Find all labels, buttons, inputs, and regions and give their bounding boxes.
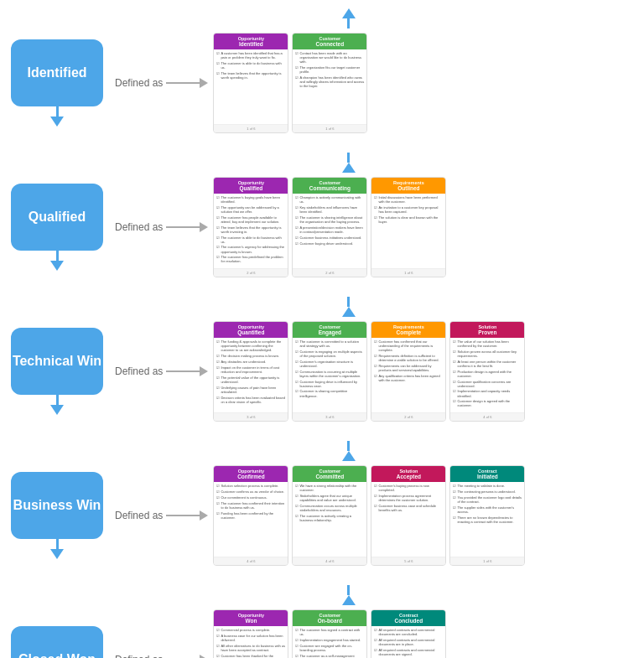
card-cust-onboard: Customer On-board ☑ The customer has sig…: [292, 609, 367, 658]
stage-business-win: Business Win: [11, 472, 103, 539]
cards-technical-win: Opportunity Quantified ☑ The funding & a…: [213, 321, 640, 422]
card-opp-identified: Opportunity Identified ☑ A customer has …: [213, 33, 288, 133]
card-cust-engaged: Customer Engaged ☑ The customer is commi…: [292, 321, 367, 422]
cards-identified: Opportunity Identified ☑ A customer has …: [213, 33, 640, 133]
card-cust-committed: Customer Committed ☑ We have a strong re…: [292, 465, 367, 566]
card-opp-qualified: Opportunity Qualified ☑ The customer's b…: [213, 177, 288, 277]
card-sol-accepted: Solution Accepted ☑ Customer's buying pr…: [371, 465, 446, 566]
cards-business-win: Opportunity Confirmed ☑ Solution selecti…: [213, 465, 640, 566]
defined-as-technical-win: Defined as: [115, 365, 208, 377]
stage-row-technical-win: Technical Win Defined as Opportunity Qua…: [4, 317, 640, 426]
card-req-complete: Requirements Complete ☑ Customer has con…: [371, 321, 446, 422]
stage-technical-win: Technical Win: [11, 328, 103, 395]
stage-closed-won: Closed Won: [11, 626, 103, 658]
card-sol-proven: Solution Proven ☑ The value of our solut…: [449, 321, 525, 422]
card-cust-connected: Customer Connected ☑ Contact has been ma…: [292, 33, 367, 133]
defined-as-closed-won: Defined as: [115, 654, 208, 658]
stage-row-qualified: Qualified Defined as Opportunity Qualifi…: [4, 173, 640, 282]
stage-qualified: Qualified: [11, 184, 103, 251]
cards-qualified: Opportunity Qualified ☑ The customer's b…: [213, 177, 640, 277]
defined-as-identified: Defined as: [115, 77, 208, 89]
stage-row-closed-won: Closed Won Defined as Opportunity Won ☑ …: [4, 605, 640, 658]
main-container: Identified Defined as Opportunity Identi…: [0, 0, 644, 658]
card-cust-communicating: Customer Communicating ☑ Champion is act…: [292, 177, 367, 277]
stage-row-business-win: Business Win Defined as Opportunity Conf…: [4, 461, 640, 570]
card-opp-won: Opportunity Won ☑ Commercial process is …: [213, 609, 288, 658]
defined-as-qualified: Defined as: [115, 221, 208, 233]
stage-identified: Identified: [11, 39, 103, 106]
defined-as-business-win: Defined as: [115, 510, 208, 521]
card-contract-concluded: Contract Concluded ☑ All required contra…: [371, 609, 446, 658]
card-opp-confirmed: Opportunity Confirmed ☑ Solution selecti…: [213, 465, 288, 566]
card-contract-initiated: Contract Initiated ☑ The meeting to vali…: [449, 465, 525, 566]
stage-row-identified: Identified Defined as Opportunity Identi…: [4, 28, 640, 137]
card-opp-quantified: Opportunity Quantified ☑ The funding & a…: [213, 321, 288, 422]
cards-closed-won: Opportunity Won ☑ Commercial process is …: [213, 609, 640, 658]
card-req-outlined: Requirements Outlined ☑ Initial discussi…: [371, 177, 446, 277]
